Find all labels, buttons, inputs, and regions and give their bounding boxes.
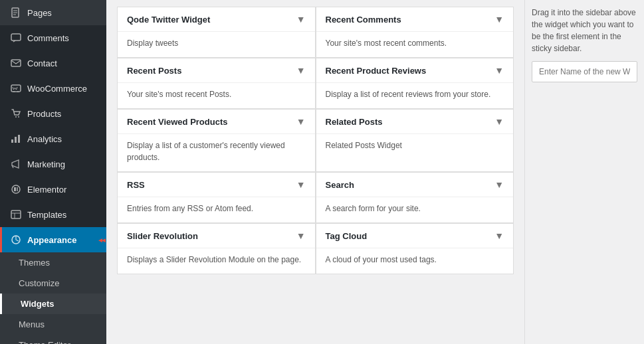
widget-rss-desc: Entries from any RSS or Atom feed.: [118, 197, 315, 222]
widget-tag-cloud: Tag Cloud ▼ A cloud of your most used ta…: [316, 223, 514, 274]
sidebar-item-woocommerce[interactable]: WooCommerce: [0, 76, 106, 101]
pages-icon: [10, 7, 22, 19]
widget-recent-comments-title: Recent Comments: [326, 15, 401, 25]
widget-slider-revolution-title: Slider Revolution: [127, 231, 198, 241]
comments-icon: [10, 32, 22, 44]
svg-rect-4: [11, 34, 21, 41]
main-content: Qode Twitter Widget ▼ Display tweets Rec…: [106, 0, 524, 344]
marketing-icon: [10, 158, 22, 170]
sidebar-item-contact-label: Contact: [27, 58, 57, 68]
widget-tag-cloud-desc: A cloud of your most used tags.: [316, 248, 514, 274]
widget-recent-viewed-products-header[interactable]: Recent Viewed Products ▼: [118, 110, 315, 134]
submenu-widgets[interactable]: Widgets: [0, 294, 106, 314]
widget-qode-twitter-chevron[interactable]: ▼: [296, 14, 306, 25]
svg-rect-5: [11, 60, 21, 66]
elementor-icon: [10, 183, 22, 195]
widget-recent-posts: Recent Posts ▼ Your site's most recent P…: [117, 58, 316, 109]
widget-search: Search ▼ A search form for your site.: [316, 172, 514, 223]
submenu-themes[interactable]: Themes: [0, 252, 106, 273]
widget-tag-cloud-chevron[interactable]: ▼: [494, 230, 504, 241]
widget-recent-posts-title: Recent Posts: [127, 66, 181, 76]
new-widget-area-input[interactable]: [532, 61, 637, 82]
widget-search-chevron[interactable]: ▼: [494, 179, 504, 190]
widget-rss: RSS ▼ Entries from any RSS or Atom feed.: [117, 172, 316, 223]
widget-recent-viewed-products-chevron[interactable]: ▼: [296, 116, 306, 127]
submenu-theme-editor[interactable]: Theme Editor: [0, 335, 106, 344]
svg-point-10: [18, 116, 19, 118]
svg-rect-12: [15, 137, 17, 143]
sidebar-item-products-label: Products: [27, 109, 61, 119]
sidebar-item-woocommerce-label: WooCommerce: [27, 84, 87, 94]
widget-related-posts-header[interactable]: Related Posts ▼: [316, 110, 514, 134]
widget-related-posts-desc: Related Posts Widget: [316, 134, 514, 159]
widget-qode-twitter-desc: Display tweets: [118, 32, 315, 57]
sidebar-item-marketing-label: Marketing: [27, 159, 65, 169]
svg-point-7: [13, 91, 15, 92]
sidebar-item-products[interactable]: Products: [0, 101, 106, 126]
right-panel: Drag it into the sidebar above the widge…: [524, 0, 644, 344]
sidebar-item-templates-label: Templates: [27, 210, 66, 220]
widget-qode-twitter-title: Qode Twitter Widget: [127, 15, 210, 25]
widget-qode-twitter-header[interactable]: Qode Twitter Widget ▼: [118, 7, 315, 32]
contact-icon: [10, 57, 22, 69]
widget-tag-cloud-title: Tag Cloud: [326, 231, 368, 241]
widget-related-posts-chevron[interactable]: ▼: [494, 116, 504, 127]
widget-recent-posts-chevron[interactable]: ▼: [296, 65, 306, 76]
widget-recent-comments-header[interactable]: Recent Comments ▼: [316, 7, 514, 32]
widget-recent-comments: Recent Comments ▼ Your site's most recen…: [316, 7, 514, 58]
widget-recent-product-reviews-header[interactable]: Recent Product Reviews ▼: [316, 58, 514, 83]
appearance-submenu: Themes Customize Widgets Menus Theme Edi…: [0, 252, 106, 344]
widget-recent-product-reviews-title: Recent Product Reviews: [326, 66, 427, 76]
appearance-arrow-icon: ◄: [97, 236, 104, 244]
widget-grid: Qode Twitter Widget ▼ Display tweets Rec…: [117, 7, 514, 274]
widget-slider-revolution-header[interactable]: Slider Revolution ▼: [118, 224, 315, 248]
svg-rect-17: [11, 211, 21, 218]
sidebar-item-appearance[interactable]: Appearance ◄: [0, 227, 106, 252]
widget-slider-revolution: Slider Revolution ▼ Displays a Slider Re…: [117, 223, 316, 274]
widget-slider-revolution-chevron[interactable]: ▼: [296, 230, 306, 241]
widget-recent-comments-chevron[interactable]: ▼: [494, 14, 504, 25]
submenu-menus[interactable]: Menus: [0, 314, 106, 335]
submenu-customize[interactable]: Customize: [0, 273, 106, 294]
sticky-info-text: Drag it into the sidebar above the widge…: [532, 7, 637, 54]
templates-icon: [10, 209, 22, 220]
widget-recent-product-reviews-chevron[interactable]: ▼: [494, 65, 504, 76]
widget-recent-viewed-products: Recent Viewed Products ▼ Display a list …: [117, 109, 316, 172]
widget-recent-viewed-products-desc: Display a list of a customer's recently …: [118, 134, 315, 171]
widget-rss-chevron[interactable]: ▼: [296, 179, 306, 190]
products-icon: [10, 108, 22, 120]
widget-qode-twitter: Qode Twitter Widget ▼ Display tweets: [117, 7, 316, 58]
svg-rect-15: [14, 187, 16, 191]
widget-related-posts-title: Related Posts: [326, 117, 383, 127]
widget-search-desc: A search form for your site.: [316, 197, 514, 222]
sidebar-item-comments-label: Comments: [27, 33, 69, 43]
widget-rss-title: RSS: [127, 180, 145, 190]
widget-search-header[interactable]: Search ▼: [316, 173, 514, 197]
svg-point-8: [17, 91, 19, 92]
widget-recent-product-reviews: Recent Product Reviews ▼ Display a list …: [316, 58, 514, 109]
widget-slider-revolution-desc: Displays a Slider Revolution Module on t…: [118, 248, 315, 274]
sidebar-item-analytics[interactable]: Analytics: [0, 126, 106, 151]
widget-rss-header[interactable]: RSS ▼: [118, 173, 315, 197]
analytics-icon: [10, 133, 22, 145]
widget-tag-cloud-header[interactable]: Tag Cloud ▼: [316, 224, 514, 248]
widget-recent-posts-desc: Your site's most recent Posts.: [118, 83, 315, 108]
widget-recent-comments-desc: Your site's most recent comments.: [316, 32, 514, 57]
sidebar: Pages Comments Contact WooCommerce Produ…: [0, 0, 106, 344]
appearance-icon: [10, 234, 22, 246]
widget-related-posts: Related Posts ▼ Related Posts Widget: [316, 109, 514, 172]
sidebar-item-templates[interactable]: Templates: [0, 202, 106, 227]
widget-recent-viewed-products-title: Recent Viewed Products: [127, 117, 227, 127]
sidebar-item-pages[interactable]: Pages: [0, 0, 106, 25]
sidebar-item-comments[interactable]: Comments: [0, 25, 106, 50]
widget-recent-posts-header[interactable]: Recent Posts ▼: [118, 58, 315, 83]
sidebar-item-marketing[interactable]: Marketing: [0, 151, 106, 177]
widget-recent-product-reviews-desc: Display a list of recent reviews from yo…: [316, 83, 514, 108]
sidebar-item-contact[interactable]: Contact: [0, 50, 106, 76]
sidebar-item-appearance-label: Appearance: [27, 235, 76, 245]
sidebar-item-elementor[interactable]: Elementor: [0, 177, 106, 202]
svg-point-9: [15, 116, 17, 118]
svg-rect-13: [18, 135, 20, 143]
sidebar-item-analytics-label: Analytics: [27, 134, 62, 144]
widget-search-title: Search: [326, 180, 354, 190]
